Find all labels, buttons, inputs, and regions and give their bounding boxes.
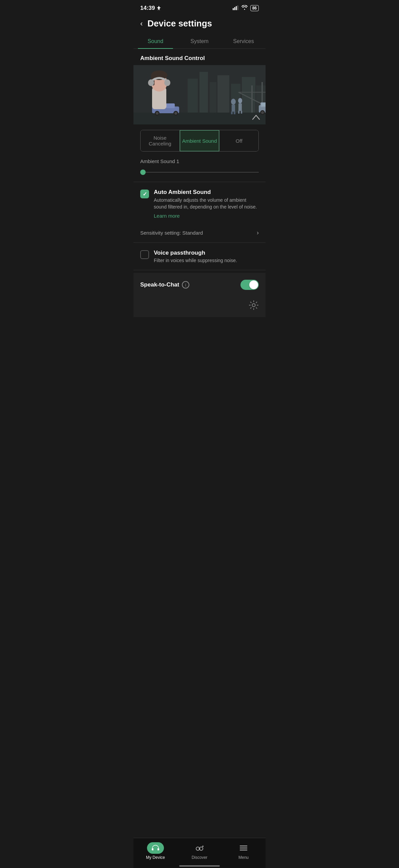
svg-rect-1 <box>234 7 235 10</box>
collapse-chevron-icon[interactable] <box>252 114 260 122</box>
status-bar: 14:39 86 <box>133 0 266 14</box>
menu-label: Menu <box>238 855 249 860</box>
sensitivity-setting-row[interactable]: Sensitivity setting: Standard › <box>133 224 266 241</box>
svg-rect-20 <box>234 112 235 114</box>
voice-passthrough-description: Filter in voices while suppressing noise… <box>154 258 259 263</box>
svg-rect-48 <box>152 848 153 850</box>
auto-ambient-checkbox[interactable] <box>140 190 149 198</box>
wifi-icon <box>241 5 248 11</box>
svg-rect-49 <box>158 848 159 850</box>
speak-to-chat-toggle[interactable] <box>240 280 259 290</box>
voice-passthrough-row: Voice passthrough Filter in voices while… <box>133 244 266 269</box>
tab-bar: Sound System Services <box>133 34 266 49</box>
speak-to-chat-label: Speak-to-Chat <box>140 281 179 288</box>
my-device-icon-wrap <box>147 842 164 854</box>
svg-rect-5 <box>188 79 198 113</box>
ambient-level-label: Ambient Sound 1 <box>133 157 266 168</box>
settings-gear-icon[interactable] <box>249 300 259 310</box>
discover-icon-wrap <box>191 842 208 854</box>
ambient-slider[interactable] <box>133 168 266 180</box>
signal-icon <box>233 5 239 11</box>
speak-to-chat-section: Speak-to-Chat i <box>133 273 266 297</box>
gear-area <box>133 297 266 317</box>
bottom-nav: My Device Discover Menu <box>133 838 266 868</box>
svg-rect-3 <box>237 5 238 10</box>
back-button[interactable]: ‹ <box>140 19 143 28</box>
nav-my-device[interactable]: My Device <box>133 841 177 861</box>
svg-point-45 <box>148 79 154 86</box>
status-icons: 86 <box>233 5 259 11</box>
ambient-sound-button[interactable]: Ambient Sound <box>180 130 219 151</box>
off-button[interactable]: Off <box>219 130 258 151</box>
divider-1 <box>133 182 266 182</box>
svg-rect-52 <box>199 848 200 849</box>
ambient-section-label: Ambient Sound Control <box>133 49 266 65</box>
svg-rect-16 <box>133 113 266 124</box>
speak-to-chat-info-icon[interactable]: i <box>182 281 189 289</box>
sensitivity-label: Sensitivity setting: Standard <box>140 230 203 236</box>
page-header: ‹ Device settings <box>133 14 266 34</box>
svg-rect-19 <box>231 112 233 114</box>
svg-rect-22 <box>238 103 242 111</box>
learn-more-link[interactable]: Learn more <box>154 213 180 219</box>
svg-rect-8 <box>217 75 229 113</box>
svg-rect-23 <box>238 111 239 114</box>
svg-rect-18 <box>232 105 235 112</box>
tab-sound[interactable]: Sound <box>133 34 177 48</box>
toggle-knob <box>249 280 258 289</box>
svg-rect-24 <box>241 111 242 114</box>
svg-point-17 <box>231 99 236 105</box>
menu-icon-wrap <box>235 842 252 854</box>
svg-point-28 <box>261 111 264 114</box>
content-area: Ambient Sound Control <box>133 49 266 348</box>
auto-ambient-title: Auto Ambient Sound <box>154 189 259 196</box>
noise-canceling-button[interactable]: Noise Canceling <box>141 130 180 151</box>
slider-handle[interactable] <box>140 170 146 175</box>
slider-track <box>146 172 259 173</box>
tab-system[interactable]: System <box>177 34 222 48</box>
voice-passthrough-title: Voice passthrough <box>154 250 259 256</box>
discover-label: Discover <box>192 855 208 860</box>
mode-selector: Noise Canceling Ambient Sound Off <box>140 130 259 152</box>
status-time: 14:39 <box>140 5 161 12</box>
svg-point-53 <box>202 846 204 847</box>
auto-ambient-row: Auto Ambient Sound Automatically adjusts… <box>133 183 266 224</box>
page-title: Device settings <box>147 18 212 29</box>
divider-2 <box>133 242 266 243</box>
svg-rect-2 <box>236 6 237 10</box>
svg-rect-7 <box>210 82 216 113</box>
svg-point-21 <box>238 98 242 103</box>
svg-rect-31 <box>261 103 266 106</box>
svg-point-38 <box>174 112 177 115</box>
battery-icon: 86 <box>250 5 259 11</box>
voice-passthrough-checkbox[interactable] <box>140 250 149 259</box>
divider-3 <box>133 270 266 270</box>
tab-services[interactable]: Services <box>222 34 266 48</box>
home-indicator <box>179 865 220 867</box>
svg-point-36 <box>156 112 159 115</box>
svg-point-47 <box>252 304 255 307</box>
svg-rect-0 <box>233 8 234 10</box>
svg-point-46 <box>164 79 170 86</box>
my-device-label: My Device <box>146 855 165 860</box>
nav-menu[interactable]: Menu <box>222 841 266 861</box>
svg-rect-6 <box>200 72 208 113</box>
ambient-hero-image <box>133 65 266 124</box>
nav-discover[interactable]: Discover <box>177 841 222 861</box>
auto-ambient-description: Automatically adjusts the volume of ambi… <box>154 197 259 210</box>
sensitivity-chevron-icon: › <box>257 229 259 236</box>
